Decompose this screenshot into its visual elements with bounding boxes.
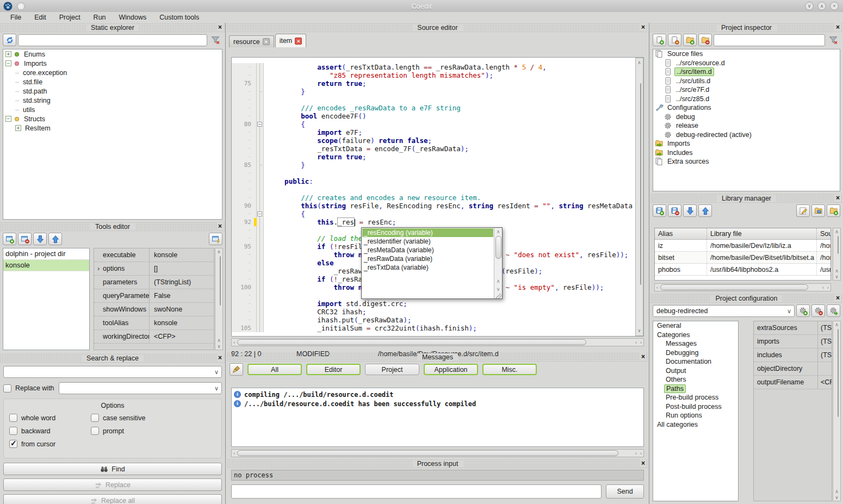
- property-row-queryparameters[interactable]: queryParametersFalse: [94, 289, 214, 303]
- add-source-button[interactable]: [653, 34, 666, 46]
- config-category-others[interactable]: Others: [653, 375, 738, 384]
- property-value[interactable]: swoNone: [150, 306, 214, 313]
- config-property-includes[interactable]: includes(TStringList): [754, 349, 832, 362]
- completion-popup[interactable]: _resEncoding (variable)_resIdentifier (v…: [361, 227, 503, 299]
- menu-item-custom-tools[interactable]: Custom tools: [153, 13, 205, 22]
- message-filter-misc[interactable]: Misc.: [482, 364, 537, 375]
- fold-column[interactable]: [257, 234, 264, 242]
- code-line[interactable]: 80− {: [232, 120, 635, 128]
- expander-icon[interactable]: +: [5, 51, 11, 57]
- symbol-tree-item-imports[interactable]: −Imports: [3, 59, 222, 68]
- remove-configuration-button[interactable]: [811, 304, 825, 317]
- project-tree-item-src-resource-d[interactable]: ../src/resource.d: [653, 59, 840, 68]
- messages-horizontal-scrollbar[interactable]: ‹‹›: [231, 449, 644, 457]
- config-property-imports[interactable]: imports(TStringList): [754, 335, 832, 349]
- code-line[interactable]: · }: [232, 88, 635, 96]
- add-library-button[interactable]: [653, 204, 666, 217]
- option-whole-word[interactable]: whole word: [9, 414, 91, 422]
- message-item[interactable]: icompiling /.../build/resource.d.coedit: [234, 390, 641, 399]
- symbol-tree-item-structs[interactable]: −Structs: [3, 114, 222, 123]
- library-from-folder-button[interactable]: [811, 204, 825, 217]
- close-icon[interactable]: ×: [217, 23, 223, 31]
- remove-library-button[interactable]: [668, 204, 681, 217]
- filter-icon[interactable]: [827, 34, 840, 46]
- code-line[interactable]: 105 _initialSum = crc322uint(ihash.finis…: [232, 324, 635, 332]
- property-value[interactable]: konsole: [150, 251, 214, 259]
- column-header-alias[interactable]: Alias: [655, 228, 707, 239]
- project-tree-item-release[interactable]: release: [653, 121, 840, 130]
- inspector-filter-input[interactable]: [714, 34, 825, 46]
- checkbox-case-sensitive[interactable]: [91, 414, 99, 422]
- menu-item-run[interactable]: Run: [88, 13, 112, 22]
- symbol-tree-item-std-file[interactable]: –std.file: [3, 77, 222, 86]
- property-row-parameters[interactable]: parameters(TStringList): [94, 276, 214, 289]
- fold-column[interactable]: [257, 324, 264, 332]
- replace-term-combobox[interactable]: ∨: [59, 382, 222, 394]
- tab-resource[interactable]: resource×: [229, 35, 274, 47]
- project-tree-item-debug[interactable]: debug: [653, 113, 840, 122]
- property-value[interactable]: (TStringList): [818, 351, 832, 359]
- close-icon[interactable]: ×: [640, 23, 646, 31]
- fold-column[interactable]: [257, 226, 264, 234]
- replace-all-button[interactable]: abReplace all: [3, 494, 222, 504]
- close-icon[interactable]: ×: [640, 353, 646, 360]
- property-value[interactable]: <CFP>: [150, 333, 214, 340]
- symbol-tree-item-std-string[interactable]: –std.string: [3, 96, 222, 105]
- code-line[interactable]: · import e7F;: [232, 128, 635, 136]
- completion-scrollbar[interactable]: ∧∧∨: [494, 228, 502, 298]
- resize-grip-icon[interactable]: [495, 294, 501, 298]
- fold-column[interactable]: [257, 308, 264, 316]
- code-line[interactable]: · public:: [232, 177, 635, 185]
- property-value[interactable]: <CFP>: [818, 378, 832, 386]
- move-up-icon[interactable]: [48, 233, 62, 245]
- property-value[interactable]: (TStringList): [150, 278, 214, 286]
- fold-column[interactable]: [257, 291, 264, 300]
- fold-column[interactable]: [257, 275, 264, 283]
- filter-icon[interactable]: [209, 34, 222, 46]
- close-icon[interactable]: ×: [640, 459, 646, 467]
- symbol-tree-item-std-path[interactable]: –std.path: [3, 86, 222, 96]
- fold-column[interactable]: [257, 242, 264, 251]
- config-category-pre-build-process[interactable]: Pre-build process: [653, 393, 738, 402]
- project-tree-item-debug-redirected-active[interactable]: debug-redirected (active): [653, 130, 840, 140]
- fold-column[interactable]: [257, 300, 264, 308]
- clone-configuration-button[interactable]: [827, 304, 840, 317]
- fold-column[interactable]: [257, 71, 264, 79]
- code-line[interactable]: ·: [232, 185, 635, 194]
- code-line[interactable]: 75 return true;: [232, 79, 635, 88]
- property-row-toolalias[interactable]: toolAliaskonsole: [94, 316, 214, 330]
- tab-close-icon[interactable]: ×: [263, 38, 270, 45]
- completion-item-resencoding[interactable]: _resEncoding (variable): [362, 228, 493, 237]
- config-property-objectdirectory[interactable]: objectDirectory: [754, 362, 832, 376]
- config-property-extrasources[interactable]: extraSources(TStringList): [754, 321, 832, 335]
- maximize-icon[interactable]: ∧: [817, 2, 826, 10]
- remove-tool-button[interactable]: [18, 233, 32, 245]
- project-tree-item-src-utils-d[interactable]: ../src/utils.d: [653, 77, 840, 86]
- symbol-tree-item-utils[interactable]: –utils: [3, 105, 222, 114]
- completion-item-resmetadata[interactable]: _resMetaData (variable): [362, 246, 493, 254]
- checkbox-backward[interactable]: [9, 427, 17, 435]
- option-case-sensitive[interactable]: case sensitive: [91, 414, 216, 422]
- clear-messages-button[interactable]: [230, 363, 243, 376]
- fold-column[interactable]: [257, 185, 264, 194]
- code-line[interactable]: · "z85 representation length mismatches"…: [232, 71, 635, 79]
- fold-marker-icon[interactable]: −: [257, 122, 262, 127]
- property-value[interactable]: (TStringList): [818, 338, 832, 345]
- project-tree-item-src-z85-d[interactable]: ../src/z85.d: [653, 95, 840, 104]
- code-line[interactable]: ·: [232, 96, 635, 104]
- fold-column[interactable]: [257, 112, 264, 120]
- checkbox-whole-word[interactable]: [9, 414, 17, 422]
- code-editor[interactable]: · assert(_resTxtData.length == _resRawDa…: [231, 57, 644, 337]
- move-up-icon[interactable]: [698, 204, 712, 217]
- config-category-categories[interactable]: Categories: [653, 331, 738, 340]
- menu-item-windows[interactable]: Windows: [113, 13, 153, 22]
- fold-column[interactable]: [257, 161, 264, 169]
- fold-column[interactable]: [257, 267, 264, 275]
- close-icon[interactable]: ×: [217, 222, 223, 230]
- fold-column[interactable]: [257, 202, 264, 210]
- process-input-field[interactable]: [231, 484, 602, 499]
- completion-item-resrawdata[interactable]: _resRawData (variable): [362, 254, 493, 263]
- symbol-search-input[interactable]: [18, 34, 207, 46]
- add-tool-button[interactable]: [3, 233, 16, 245]
- config-splitter[interactable]: [740, 321, 752, 501]
